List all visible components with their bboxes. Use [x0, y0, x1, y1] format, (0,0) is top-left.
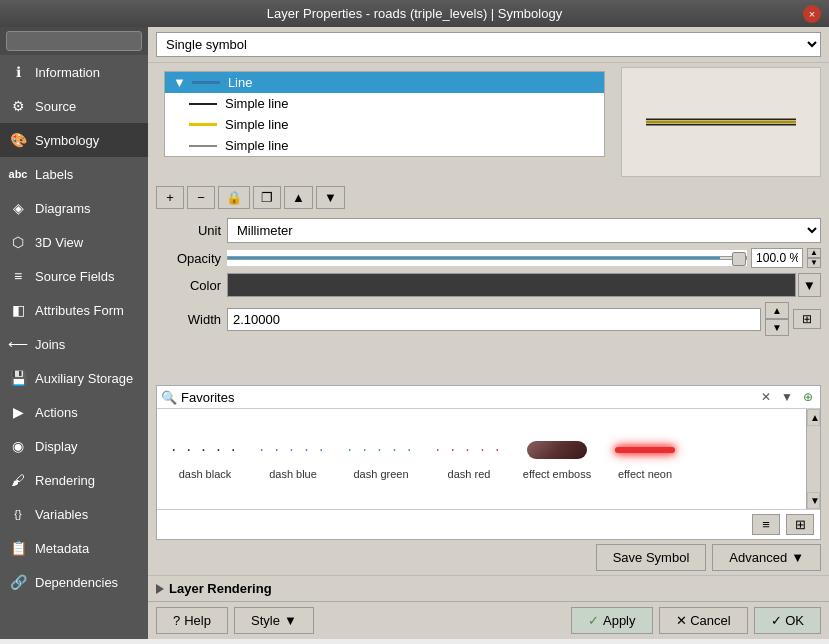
sidebar-item-display[interactable]: ◉ Display — [0, 429, 148, 463]
duplicate-layer-button[interactable]: ❐ — [253, 186, 281, 209]
scroll-track[interactable] — [807, 426, 820, 492]
color-label: Color — [156, 278, 221, 293]
lock-layer-button[interactable]: 🔒 — [218, 186, 250, 209]
add-layer-button[interactable]: + — [156, 186, 184, 209]
unit-label: Unit — [156, 223, 221, 238]
tree-item-line[interactable]: ▼ Line — [165, 72, 604, 93]
tree-area: ▼ Line Simple line Simple line — [156, 67, 613, 177]
line-icon-yellow — [189, 123, 217, 126]
layer-rendering-label: Layer Rendering — [169, 581, 272, 596]
style-button[interactable]: Style ▼ — [234, 607, 314, 634]
footer-left: ? Help Style ▼ — [156, 607, 314, 634]
clear-search-button[interactable]: ✕ — [758, 389, 774, 405]
width-decrease-button[interactable]: ▼ — [765, 319, 789, 336]
layer-rendering-header[interactable]: Layer Rendering — [156, 581, 821, 596]
sidebar-item-label: Symbology — [35, 133, 99, 148]
sidebar-item-label: Labels — [35, 167, 73, 182]
rendering-icon: 🖌 — [8, 470, 28, 490]
favorites-add-button[interactable]: ⊕ — [800, 389, 816, 405]
grid-view-button[interactable]: ⊞ — [786, 514, 814, 535]
sidebar-item-label: Joins — [35, 337, 65, 352]
move-down-button[interactable]: ▼ — [316, 186, 345, 209]
tree-item-simple1[interactable]: Simple line — [165, 93, 604, 114]
scroll-up-button[interactable]: ▲ — [807, 409, 820, 426]
favorites-toolbar: 🔍 ✕ ▼ ⊕ — [157, 386, 820, 409]
search-icon: 🔍 — [161, 390, 177, 405]
sidebar-item-sourcefields[interactable]: ≡ Source Fields — [0, 259, 148, 293]
symbol-item-effect-emboss[interactable]: effect emboss — [517, 438, 597, 480]
symbol-item-dash-red[interactable]: · · · · · dash red — [429, 438, 509, 480]
unit-select[interactable]: Millimeter — [227, 218, 821, 243]
sidebar-item-attributesform[interactable]: ◧ Attributes Form — [0, 293, 148, 327]
width-expression-button[interactable]: ⊞ — [793, 309, 821, 329]
opacity-value-input[interactable]: 100.0 % — [751, 248, 803, 268]
color-dropdown-button[interactable]: ▼ — [798, 273, 821, 297]
opacity-slider[interactable] — [227, 250, 747, 266]
move-up-button[interactable]: ▲ — [284, 186, 313, 209]
advanced-button[interactable]: Advanced ▼ — [712, 544, 821, 571]
symbol-item-effect-neon[interactable]: effect neon — [605, 438, 685, 480]
apply-check-icon: ✓ — [588, 613, 599, 628]
effect-neon-icon — [615, 447, 675, 453]
remove-layer-button[interactable]: − — [187, 186, 215, 209]
symbol-item-dash-green[interactable]: · · · · · dash green — [341, 438, 421, 480]
style-dropdown-icon: ▼ — [284, 613, 297, 628]
symbol-item-dash-black[interactable]: · · · · · dash black — [165, 438, 245, 480]
symbol-item-dash-blue[interactable]: · · · · · dash blue — [253, 438, 333, 480]
sidebar-item-diagrams[interactable]: ◈ Diagrams — [0, 191, 148, 225]
scroll-down-button[interactable]: ▼ — [807, 492, 820, 509]
help-icon: ? — [173, 613, 180, 628]
opacity-increase-button[interactable]: ▲ — [807, 248, 821, 258]
help-button[interactable]: ? Help — [156, 607, 228, 634]
sidebar-item-label: 3D View — [35, 235, 83, 250]
opacity-label: Opacity — [156, 251, 221, 266]
tree-item-simple3[interactable]: Simple line — [165, 135, 604, 156]
sidebar-item-label: Rendering — [35, 473, 95, 488]
color-picker-box[interactable] — [227, 273, 796, 297]
favorites-search-input[interactable] — [181, 390, 754, 405]
favorites-scrollbar: ▲ ▼ — [806, 409, 820, 509]
tree-item-label: Simple line — [225, 117, 289, 132]
sidebar-item-label: Actions — [35, 405, 78, 420]
symbol-type-select[interactable]: Single symbol — [156, 32, 821, 57]
sidebar-item-label: Auxiliary Storage — [35, 371, 133, 386]
sidebar-search-input[interactable] — [6, 31, 142, 51]
list-view-button[interactable]: ≡ — [752, 514, 780, 535]
sidebar-search-container — [0, 27, 148, 55]
sidebar-item-actions[interactable]: ▶ Actions — [0, 395, 148, 429]
sidebar-item-label: Attributes Form — [35, 303, 124, 318]
effect-emboss-preview-container — [522, 438, 592, 462]
favorites-section: 🔍 ✕ ▼ ⊕ · · · · · dash black — [156, 385, 821, 540]
symbol-tree: ▼ Line Simple line Simple line — [164, 71, 605, 157]
sidebar-item-labels[interactable]: abc Labels — [0, 157, 148, 191]
advanced-dropdown-icon: ▼ — [791, 550, 804, 565]
sidebar-item-3dview[interactable]: ⬡ 3D View — [0, 225, 148, 259]
sidebar-item-auxiliarystorage[interactable]: 💾 Auxiliary Storage — [0, 361, 148, 395]
sidebar-item-dependencies[interactable]: 🔗 Dependencies — [0, 565, 148, 599]
save-symbol-button[interactable]: Save Symbol — [596, 544, 707, 571]
sidebar-item-rendering[interactable]: 🖌 Rendering — [0, 463, 148, 497]
favorites-menu-button[interactable]: ▼ — [778, 389, 796, 405]
dash-red-preview: · · · · · — [434, 438, 504, 462]
cancel-button[interactable]: ✕ Cancel — [659, 607, 748, 634]
width-increase-button[interactable]: ▲ — [765, 302, 789, 319]
opacity-decrease-button[interactable]: ▼ — [807, 258, 821, 268]
dependencies-icon: 🔗 — [8, 572, 28, 592]
sidebar-item-joins[interactable]: ⟵ Joins — [0, 327, 148, 361]
sidebar-item-symbology[interactable]: 🎨 Symbology — [0, 123, 148, 157]
ok-button[interactable]: ✓ OK — [754, 607, 821, 634]
sidebar-item-source[interactable]: ⚙ Source — [0, 89, 148, 123]
tree-toolbar: + − 🔒 ❐ ▲ ▼ — [148, 181, 829, 214]
sidebar-item-variables[interactable]: {} Variables — [0, 497, 148, 531]
apply-button[interactable]: ✓ Apply — [571, 607, 653, 634]
width-input[interactable]: 2.10000 — [227, 308, 761, 331]
tree-item-label: Simple line — [225, 96, 289, 111]
attributesform-icon: ◧ — [8, 300, 28, 320]
tree-item-simple2[interactable]: Simple line — [165, 114, 604, 135]
sidebar-item-information[interactable]: ℹ Information — [0, 55, 148, 89]
sidebar-item-label: Display — [35, 439, 78, 454]
opacity-row: Opacity 100.0 % ▲ ▼ — [156, 248, 821, 268]
sidebar-item-metadata[interactable]: 📋 Metadata — [0, 531, 148, 565]
close-button[interactable]: × — [803, 5, 821, 23]
favorites-content: · · · · · dash black · · · · · dash blue — [157, 409, 806, 509]
